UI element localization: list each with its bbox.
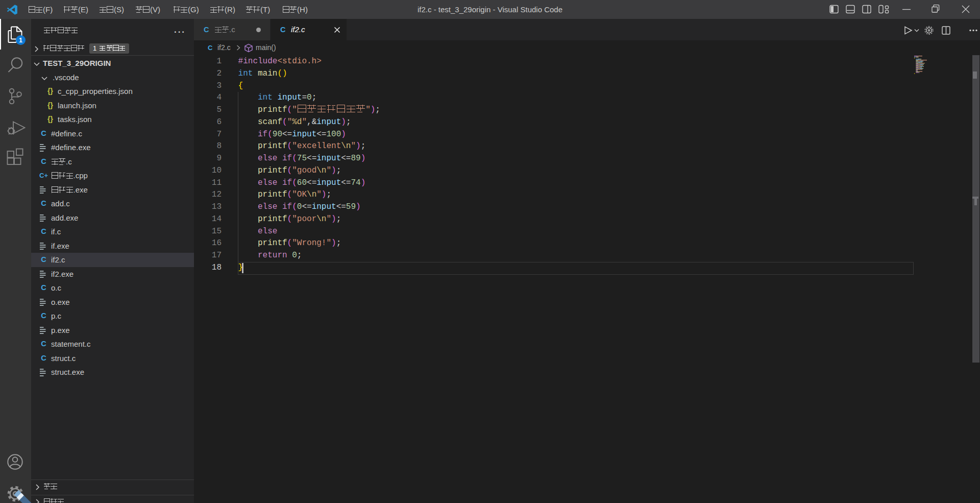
svg-text:1: 1: [19, 36, 22, 43]
